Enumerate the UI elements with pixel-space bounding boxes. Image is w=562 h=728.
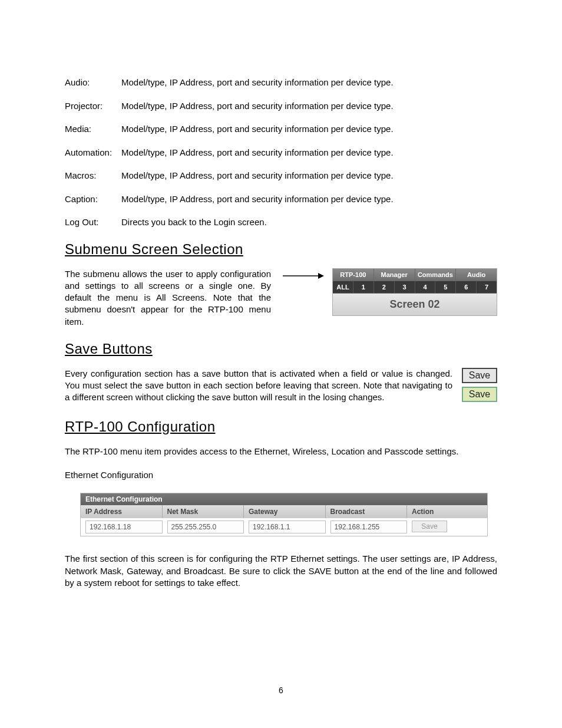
submenu-tab[interactable]: Audio bbox=[456, 269, 497, 281]
col-mask: Net Mask bbox=[162, 505, 244, 518]
def-term: Automation: bbox=[65, 147, 121, 159]
def-term: Projector: bbox=[65, 100, 121, 112]
svg-marker-1 bbox=[318, 273, 324, 279]
save-paragraph: Every configuration section has a save b… bbox=[65, 368, 462, 404]
submenu-paragraph: The submenu allows the user to apply con… bbox=[65, 268, 271, 328]
def-term: Media: bbox=[65, 123, 121, 135]
submenu-widget: RTP-100 Manager Commands Audio ALL 1 2 3… bbox=[332, 268, 497, 316]
mask-input[interactable] bbox=[167, 521, 244, 533]
submenu-subtab[interactable]: ALL bbox=[333, 281, 353, 293]
ethernet-label: Ethernet Configuration bbox=[65, 469, 497, 481]
heading-submenu: Submenu Screen Selection bbox=[65, 241, 497, 258]
submenu-subtab[interactable]: 4 bbox=[415, 281, 436, 293]
def-desc: Directs you back to the Login screen. bbox=[121, 216, 497, 228]
submenu-tab[interactable]: Commands bbox=[415, 269, 457, 281]
def-desc: Model/type, IP Address, port and securit… bbox=[121, 147, 497, 159]
gateway-input[interactable] bbox=[249, 521, 326, 533]
col-broadcast: Broadcast bbox=[325, 505, 407, 518]
def-desc: Model/type, IP Address, port and securit… bbox=[121, 170, 497, 182]
save-button-active[interactable]: Save bbox=[462, 387, 497, 402]
submenu-subtab[interactable]: 6 bbox=[456, 281, 477, 293]
def-desc: Model/type, IP Address, port and securit… bbox=[121, 123, 497, 135]
submenu-screen-title: Screen 02 bbox=[333, 294, 497, 315]
def-term: Caption: bbox=[65, 193, 121, 205]
rtp-after-paragraph: The first section of this screen is for … bbox=[65, 553, 497, 589]
def-term: Macros: bbox=[65, 170, 121, 182]
save-button-inactive[interactable]: Save bbox=[462, 368, 497, 383]
panel-title: Ethernet Configuration bbox=[85, 495, 163, 503]
col-ip: IP Address bbox=[81, 505, 162, 518]
definitions-list: Audio:Model/type, IP Address, port and s… bbox=[65, 77, 497, 228]
submenu-tab[interactable]: Manager bbox=[374, 269, 415, 281]
heading-rtp: RTP-100 Configuration bbox=[65, 419, 497, 435]
submenu-tab[interactable]: RTP-100 bbox=[333, 269, 374, 281]
ip-input[interactable] bbox=[85, 521, 163, 533]
col-action: Action bbox=[406, 505, 487, 518]
submenu-subtab[interactable]: 5 bbox=[435, 281, 456, 293]
def-term: Log Out: bbox=[65, 216, 121, 228]
submenu-subtab[interactable]: 1 bbox=[353, 281, 374, 293]
rtp-intro: The RTP-100 menu item provides access to… bbox=[65, 446, 497, 457]
def-desc: Model/type, IP Address, port and securit… bbox=[121, 193, 497, 205]
def-desc: Model/type, IP Address, port and securit… bbox=[121, 77, 497, 88]
def-desc: Model/type, IP Address, port and securit… bbox=[121, 100, 497, 112]
eth-save-button[interactable]: Save bbox=[412, 521, 447, 532]
arrow-icon bbox=[283, 272, 324, 280]
submenu-subtab[interactable]: 3 bbox=[395, 281, 415, 293]
def-term: Audio: bbox=[65, 77, 121, 88]
submenu-subtab[interactable]: 7 bbox=[477, 281, 497, 293]
submenu-subtab[interactable]: 2 bbox=[374, 281, 395, 293]
col-gateway: Gateway bbox=[243, 505, 325, 518]
page-number: 6 bbox=[0, 686, 562, 695]
ethernet-config-panel: Ethernet Configuration IP Address Net Ma… bbox=[80, 493, 488, 536]
broadcast-input[interactable] bbox=[330, 521, 408, 533]
heading-save: Save Buttons bbox=[65, 341, 497, 357]
